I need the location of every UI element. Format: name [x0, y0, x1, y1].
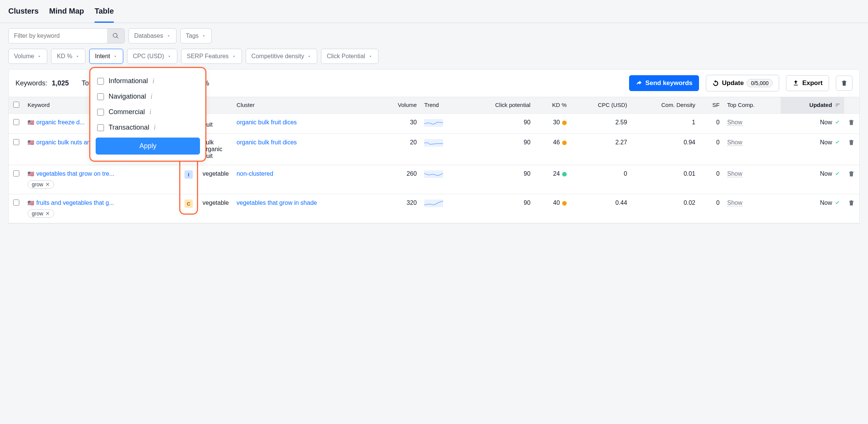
com-density-value: 0.01 — [631, 165, 699, 194]
info-icon: i — [152, 77, 154, 85]
trend-sparkline — [424, 170, 443, 178]
svg-rect-3 — [424, 200, 443, 207]
flag-icon: 🇺🇸 — [28, 200, 34, 206]
intent-option-navigational[interactable]: Navigational i — [96, 89, 200, 104]
cluster-link[interactable]: organic bulk fruit dices — [237, 119, 297, 125]
intent-badge: C — [184, 200, 193, 208]
filter-bar: Databases Tags — [0, 23, 868, 49]
update-label: Update — [722, 79, 744, 87]
trash-icon[interactable] — [848, 170, 855, 177]
col-volume[interactable]: Volume — [377, 97, 420, 114]
trash-icon[interactable] — [848, 139, 855, 146]
intent-checkbox-navigational[interactable] — [97, 93, 104, 100]
col-sf[interactable]: SF — [699, 97, 723, 114]
intent-option-commercial[interactable]: Commercial i — [96, 104, 200, 120]
share-icon — [636, 80, 642, 87]
top-comp-show[interactable]: Show — [727, 200, 742, 206]
keyword-link[interactable]: 🇺🇸vegetables that grow on tre... — [28, 170, 177, 177]
trash-icon — [841, 80, 848, 87]
trash-icon[interactable] — [848, 200, 855, 206]
intent-dropdown: Informational i Navigational i Commercia… — [89, 67, 206, 162]
kd-value: 46 — [553, 139, 560, 145]
filter-serp-label: SERP Features — [187, 53, 229, 60]
cluster-link[interactable]: non-clustered — [237, 170, 273, 177]
remove-tag-icon[interactable]: ✕ — [45, 210, 50, 217]
tab-clusters[interactable]: Clusters — [8, 7, 39, 23]
cluster-link[interactable]: vegetables that grow in shade — [237, 200, 317, 206]
table-row: 🇺🇸fruits and vegetables that g...grow ✕C… — [9, 194, 859, 223]
cluster-link[interactable]: organic bulk fruit dices — [237, 139, 297, 145]
filter-kd-label: KD % — [57, 53, 72, 60]
export-label: Export — [802, 79, 823, 87]
chevron-down-icon — [202, 34, 206, 38]
partial-text: vegetable — [199, 194, 233, 223]
row-checkbox[interactable] — [13, 119, 19, 125]
filter-volume[interactable]: Volume — [8, 49, 47, 64]
send-keywords-button[interactable]: Send keywords — [629, 75, 699, 91]
col-cpc[interactable]: CPC (USD) — [570, 97, 631, 114]
com-density-value: 0.94 — [631, 134, 699, 165]
intent-option-transactional[interactable]: Transactional i — [96, 120, 200, 135]
update-button[interactable]: Update 0/5,000 — [706, 75, 779, 91]
row-checkbox[interactable] — [13, 139, 19, 145]
click-potential-value: 90 — [464, 134, 534, 165]
filter-click-potential[interactable]: Click Potential — [321, 49, 378, 64]
keyword-link[interactable]: 🇺🇸fruits and vegetables that g... — [28, 200, 177, 206]
intent-checkbox-informational[interactable] — [97, 78, 104, 85]
select-all-checkbox[interactable] — [13, 102, 19, 108]
col-com-density[interactable]: Com. Density — [631, 97, 699, 114]
col-click-potential[interactable]: Click potential — [464, 97, 534, 114]
filter-volume-label: Volume — [14, 53, 34, 60]
filter-intent[interactable]: Intent — [89, 49, 123, 64]
col-trend[interactable]: Trend — [420, 97, 464, 114]
export-icon — [792, 80, 799, 87]
info-icon: i — [150, 93, 152, 101]
row-checkbox[interactable] — [13, 200, 19, 206]
export-button[interactable]: Export — [786, 75, 829, 91]
top-comp-show[interactable]: Show — [727, 119, 742, 126]
intent-label-navigational: Navigational — [108, 93, 146, 101]
chevron-down-icon — [232, 54, 236, 59]
intent-label-informational: Informational — [108, 77, 148, 85]
intent-apply-button[interactable]: Apply — [96, 138, 200, 155]
filter-databases[interactable]: Databases — [129, 28, 177, 43]
filter-comp-label: Competitive density — [251, 53, 304, 60]
trash-icon[interactable] — [848, 119, 855, 126]
kd-value: 30 — [553, 119, 560, 125]
cpc-value: 2.27 — [570, 134, 631, 165]
sort-icon — [835, 102, 840, 109]
chevron-down-icon — [307, 54, 312, 59]
row-checkbox[interactable] — [13, 170, 19, 176]
keyword-tag[interactable]: grow ✕ — [28, 209, 54, 218]
intent-option-informational[interactable]: Informational i — [96, 73, 200, 89]
filter-serp-features[interactable]: SERP Features — [181, 49, 242, 64]
filter-tags[interactable]: Tags — [180, 28, 212, 43]
col-actions — [844, 97, 859, 114]
kd-difficulty-dot — [562, 121, 567, 125]
kd-difficulty-dot — [562, 141, 567, 145]
intent-checkbox-commercial[interactable] — [97, 109, 104, 116]
keyword-tag[interactable]: grow ✕ — [28, 180, 54, 189]
tab-table[interactable]: Table — [95, 7, 114, 23]
col-updated[interactable]: Updated — [781, 97, 844, 114]
com-density-value: 1 — [631, 114, 699, 134]
kd-difficulty-dot — [562, 201, 567, 206]
partial-text: vegetable — [199, 165, 233, 194]
top-comp-show[interactable]: Show — [727, 170, 742, 177]
filter-competitive-density[interactable]: Competitive density — [246, 49, 318, 64]
search-icon — [112, 32, 119, 39]
top-comp-show[interactable]: Show — [727, 139, 742, 146]
col-kd[interactable]: KD % — [534, 97, 570, 114]
filter-kd[interactable]: KD % — [51, 49, 85, 64]
search-button[interactable] — [107, 29, 124, 43]
sf-value: 0 — [699, 165, 723, 194]
intent-checkbox-transactional[interactable] — [97, 124, 104, 131]
col-top-comp[interactable]: Top Comp. — [724, 97, 781, 114]
col-cluster[interactable]: Cluster — [233, 97, 377, 114]
com-density-value: 0.02 — [631, 194, 699, 223]
tab-mindmap[interactable]: Mind Map — [49, 7, 84, 23]
filter-keyword-input[interactable] — [9, 29, 107, 43]
filter-cpc[interactable]: CPC (USD) — [127, 49, 177, 64]
delete-all-button[interactable] — [836, 76, 852, 91]
remove-tag-icon[interactable]: ✕ — [45, 181, 50, 187]
